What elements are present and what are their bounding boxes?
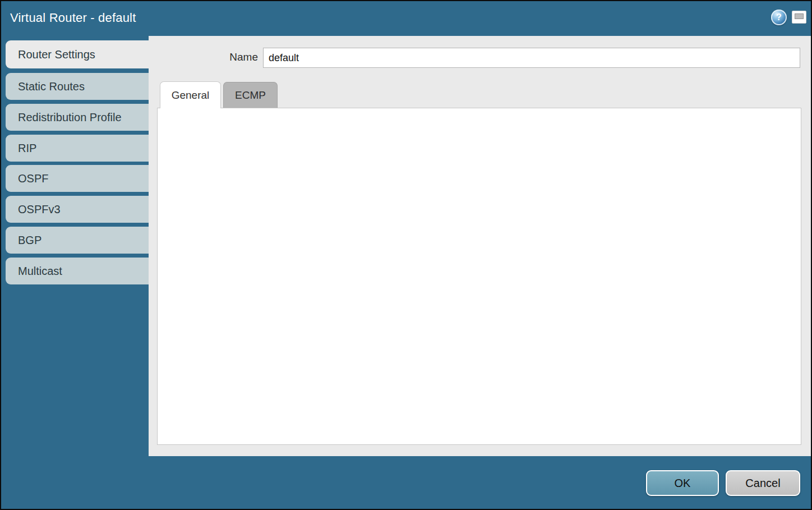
cancel-button[interactable]: Cancel [726,470,800,496]
name-field-label: Name [227,51,258,63]
sidebar-item-label: Multicast [18,265,62,278]
cancel-button-label: Cancel [745,477,780,490]
tab-ecmp[interactable]: ECMP [223,82,278,108]
sidebar-item-router-settings[interactable]: Router Settings [6,40,150,68]
sidebar-item-label: Static Routes [18,80,85,93]
sidebar-item-redistribution-profile[interactable]: Redistribution Profile [6,104,149,131]
titlebar: Virtual Router - default ? [1,1,811,36]
dialog-title: Virtual Router - default [10,11,136,25]
sidebar-item-static-routes[interactable]: Static Routes [6,73,149,100]
sidebar-item-rip[interactable]: RIP [6,135,149,162]
tab-label: ECMP [235,89,266,102]
content-area: Name General ECMP Interfaces [149,36,811,456]
sidebar-item-ospf[interactable]: OSPF [6,165,149,192]
ok-button[interactable]: OK [646,470,719,496]
sidebar-item-label: OSPFv3 [18,203,61,216]
sidebar-item-bgp[interactable]: BGP [6,227,149,254]
tab-label: General [172,89,210,102]
sidebar-item-label: RIP [18,142,36,155]
window-restore-icon[interactable] [792,11,806,24]
tab-general[interactable]: General [160,81,221,108]
sidebar-item-label: OSPF [18,172,48,185]
general-tab-panel [157,108,801,445]
sidebar-item-label: Redistribution Profile [18,111,122,124]
virtual-router-dialog: Virtual Router - default ? Router Settin… [0,0,812,510]
sidebar-item-label: BGP [18,234,41,247]
sidebar-item-multicast[interactable]: Multicast [6,258,149,284]
help-icon[interactable]: ? [771,10,787,25]
sidebar-item-label: Router Settings [18,48,95,61]
help-glyph: ? [776,12,782,22]
sidebar-item-ospfv3[interactable]: OSPFv3 [6,196,149,223]
name-input[interactable] [263,48,800,68]
ok-button-label: OK [675,477,691,490]
window-restore-glyph [795,13,804,19]
